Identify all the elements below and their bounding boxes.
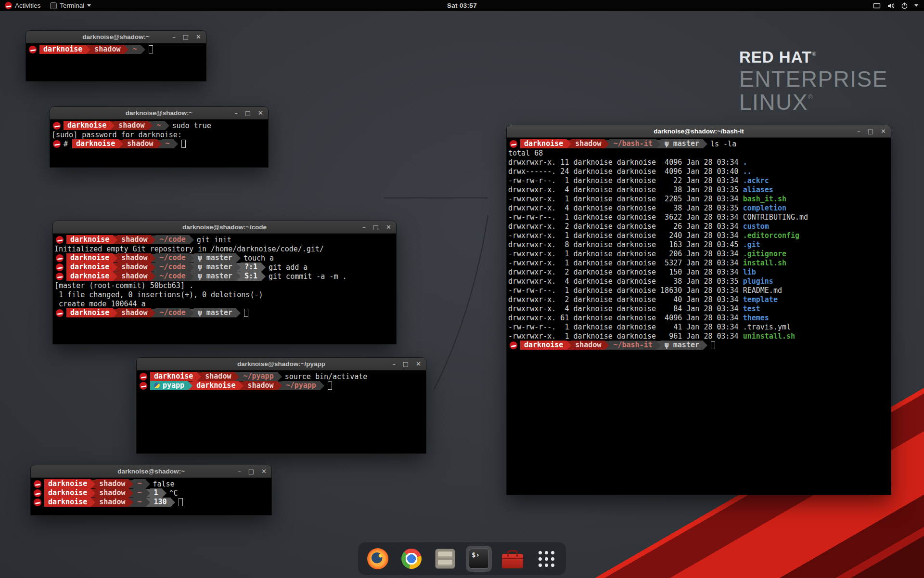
titlebar[interactable]: darknoise@shadow:~/bash-it–□✕ (507, 125, 891, 138)
directory-name: completion (743, 204, 786, 212)
prompt-segment-host: shadow (95, 479, 129, 488)
clock[interactable]: Sat 03:57 (447, 2, 477, 9)
titlebar[interactable]: darknoise@shadow:~–□✕ (50, 107, 268, 119)
minimize-button[interactable]: – (392, 361, 396, 367)
maximize-button[interactable]: □ (183, 34, 189, 40)
terminal-line: darknoiseshadow~/codeψ mastertouch a (54, 253, 396, 263)
powerline-separator (113, 309, 117, 317)
redhat-prompt-icon (56, 273, 64, 280)
terminal-window[interactable]: darknoise@shadow:~–□✕darknoiseshadow~ (26, 31, 206, 81)
directory-name: template (743, 295, 778, 304)
prompt-segment-host: shadow (571, 341, 605, 350)
close-button[interactable]: ✕ (881, 128, 886, 134)
powerline-separator (174, 140, 178, 148)
activities-button[interactable]: Activities (0, 0, 45, 11)
powerline-separator (86, 45, 90, 54)
prompt-segment-path: ~/code (155, 308, 189, 317)
minimize-button[interactable]: – (238, 468, 241, 474)
prompt-segment-user: darknoise (64, 121, 110, 130)
volume-icon (887, 2, 895, 10)
brand-linux: LINUX® (739, 91, 888, 114)
maximize-button[interactable]: □ (373, 224, 379, 230)
titlebar[interactable]: darknoise@shadow:~/code–□✕ (53, 221, 396, 234)
firefox-dock-icon[interactable] (365, 546, 391, 572)
terminal-content[interactable]: darknoiseshadow~/pyappsource bin/activat… (137, 370, 426, 390)
prompt-segment-host: shadow (117, 263, 151, 272)
terminal-content[interactable]: darknoiseshadow~falsedarknoiseshadow~1^C… (31, 478, 271, 507)
maximize-button[interactable]: □ (245, 110, 251, 116)
toolbox-dock-icon[interactable] (500, 546, 526, 572)
terminal-line: drwxrwxr-x. 2 darknoise darknoise 40 Jan… (508, 295, 891, 304)
app-menu-terminal[interactable]: Terminal (45, 0, 96, 11)
prompt-segment-user: darknoise (44, 488, 91, 498)
chrome-dock-icon[interactable] (398, 546, 424, 572)
terminal-line: create mode 100644 a (54, 299, 396, 308)
minimize-button[interactable]: – (172, 34, 176, 40)
terminal-line: -rwxrwxr-x. 1 darknoise darknoise 2205 J… (508, 194, 891, 203)
terminal-dock-icon[interactable]: $› (466, 546, 492, 572)
close-button[interactable]: ✕ (261, 468, 267, 474)
prompt-segment-path: ~/pyapp (239, 372, 277, 381)
titlebar[interactable]: darknoise@shadow:~–□✕ (31, 465, 271, 478)
window-title: darknoise@shadow:~ (82, 33, 150, 40)
window-title: darknoise@shadow:~ (126, 109, 193, 117)
directory-name: . (743, 158, 747, 167)
brand-enterprise: ENTERPRISE (739, 68, 888, 91)
executable-name: .editorconfig (743, 231, 799, 240)
minimize-button[interactable]: – (234, 110, 238, 116)
powerline-separator (605, 341, 609, 350)
terminal-line: -rwxrwxr-x. 1 darknoise darknoise 5327 J… (508, 258, 891, 267)
terminal-content[interactable]: darknoiseshadow~ (26, 43, 206, 54)
powerline-separator (165, 121, 169, 130)
terminal-window[interactable]: darknoise@shadow:~/pyapp–□✕darknoiseshad… (137, 358, 426, 453)
terminal-content[interactable]: darknoiseshadow~/codegit initInitialized… (53, 234, 396, 317)
minimize-button[interactable]: – (857, 128, 860, 134)
powerline-separator (656, 140, 661, 148)
app-grid-dock-icon[interactable] (533, 546, 559, 572)
terminal-text: 1 file changed, 0 insertions(+), 0 delet… (54, 290, 263, 299)
titlebar[interactable]: darknoise@shadow:~–□✕ (26, 31, 206, 43)
system-status-area[interactable] (873, 0, 924, 11)
maximize-button[interactable]: □ (248, 468, 254, 474)
brand-red-hat: RED HAT® (739, 49, 888, 65)
prompt-segment-host: shadow (117, 253, 151, 263)
terminal-text: drwx------. 24 darknoise darknoise 4096 … (508, 167, 743, 176)
terminal-text: -rw-rw-r--. 1 darknoise darknoise 3622 J… (508, 213, 743, 222)
maximize-button[interactable]: □ (868, 128, 873, 134)
redhat-prompt-icon (56, 236, 64, 244)
files-dock-icon[interactable] (432, 546, 458, 572)
powerline-separator (567, 140, 571, 148)
directory-name: aliases (743, 185, 773, 194)
python-icon (154, 382, 160, 388)
prompt-segment-host: shadow (201, 372, 235, 381)
close-button[interactable]: ✕ (258, 110, 263, 116)
terminal-text: drwxrwxr-x. 61 darknoise darknoise 4096 … (508, 314, 743, 322)
terminal-line: darknoiseshadow~false (32, 479, 271, 488)
close-button[interactable]: ✕ (386, 224, 391, 230)
prompt-segment-host: shadow (117, 272, 151, 281)
terminal-content[interactable]: darknoiseshadow~/bash-itψ masterls -lato… (507, 138, 891, 350)
maximize-button[interactable]: □ (403, 361, 409, 367)
activities-label: Activities (15, 2, 40, 9)
prompt-segment-path: ~ (133, 479, 145, 488)
redhat-prompt-icon (510, 140, 517, 148)
close-button[interactable]: ✕ (196, 34, 201, 40)
terminal-text: CONTRIBUTING.md (743, 213, 808, 222)
terminal-text: git add a (269, 263, 308, 272)
prompt-segment-path: ~ (128, 45, 141, 54)
terminal-line: darknoiseshadow~/codeψ master?:1git add … (54, 263, 396, 272)
minimize-button[interactable]: – (362, 224, 366, 230)
terminal-text: drwxrwxr-x. 4 darknoise darknoise 38 Jan… (508, 185, 743, 194)
window-controls: –□✕ (857, 125, 886, 137)
close-button[interactable]: ✕ (416, 361, 421, 367)
directory-name: plugins (743, 277, 773, 286)
terminal-window[interactable]: darknoise@shadow:~–□✕darknoiseshadow~fal… (31, 465, 271, 515)
prompt-segment-git: ψ master (194, 308, 236, 317)
titlebar[interactable]: darknoise@shadow:~/pyapp–□✕ (137, 358, 426, 370)
terminal-content[interactable]: darknoiseshadow~sudo true[sudo] password… (50, 119, 268, 148)
terminal-icon: $› (469, 549, 489, 569)
terminal-text: create mode 100644 a (54, 300, 146, 308)
terminal-window[interactable]: darknoise@shadow:~–□✕darknoiseshadow~sud… (50, 107, 268, 167)
terminal-window[interactable]: darknoise@shadow:~/code–□✕darknoiseshado… (53, 221, 396, 344)
terminal-window[interactable]: darknoise@shadow:~/bash-it–□✕darknoisesh… (507, 125, 891, 495)
